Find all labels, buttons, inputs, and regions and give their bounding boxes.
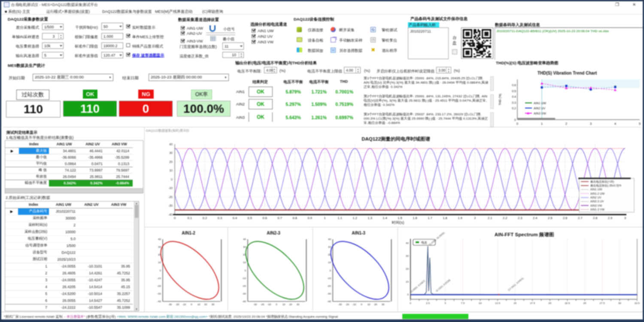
svg-text:0.4: 0.4	[233, 216, 237, 220]
svg-text:30: 30	[618, 301, 621, 304]
svg-text:10: 10	[406, 280, 409, 283]
svg-text:0.3: 0.3	[218, 216, 222, 220]
svg-text:AIN3 VW: AIN3 VW	[590, 204, 602, 207]
svg-text:0.2: 0.2	[512, 107, 516, 110]
svg-text:15: 15	[513, 301, 516, 304]
svg-text:AIN1-3 VW: AIN1-3 VW	[590, 208, 605, 211]
svg-text:-40: -40	[157, 300, 161, 303]
svg-text:-10: -10	[168, 187, 173, 190]
svg-text:10: 10	[158, 261, 161, 264]
svg-text:1.5: 1.5	[398, 216, 402, 220]
svg-text:AIN3 VW: AIN3 VW	[534, 112, 546, 115]
svg-text:10: 10	[368, 303, 371, 306]
svg-text:0: 0	[191, 303, 192, 306]
svg-text:17.5: 17.5	[530, 301, 535, 304]
svg-text:(0.0933, 0.0467): (0.0933, 0.0467)	[410, 280, 425, 293]
svg-text:3: 3	[624, 216, 626, 220]
svg-text:22.5: 22.5	[565, 301, 570, 304]
svg-text:0: 0	[171, 178, 173, 181]
svg-text:AIN2 UV: AIN2 UV	[534, 107, 546, 110]
svg-text:THD (%): THD (%)	[498, 93, 502, 105]
svg-text:-30: -30	[157, 292, 161, 295]
svg-text:1.2: 1.2	[352, 216, 357, 220]
svg-text:0.8: 0.8	[292, 216, 297, 220]
svg-text:30: 30	[158, 245, 161, 248]
svg-text:32.5: 32.5	[635, 301, 640, 304]
svg-text:0.4: 0.4	[512, 95, 516, 98]
svg-text:0: 0	[245, 269, 246, 272]
svg-text:40: 40	[243, 238, 246, 241]
svg-text:3: 3	[590, 122, 592, 126]
svg-text:20: 20	[548, 301, 551, 304]
svg-text:20: 20	[204, 303, 207, 306]
svg-text:1.1: 1.1	[337, 216, 342, 220]
svg-text:-30: -30	[253, 303, 258, 306]
svg-text:0: 0	[276, 303, 277, 306]
svg-text:0.7: 0.7	[278, 216, 282, 220]
svg-text:30: 30	[382, 303, 385, 306]
svg-text:25: 25	[583, 301, 586, 304]
svg-text:0: 0	[361, 303, 362, 306]
svg-text:0.5: 0.5	[248, 216, 252, 220]
svg-text:4: 4	[614, 122, 617, 126]
svg-text:1: 1	[324, 216, 326, 220]
svg-text:0.5: 0.5	[512, 90, 516, 93]
svg-text:40: 40	[328, 238, 331, 241]
svg-text:30: 30	[406, 254, 409, 257]
svg-text:最低电压限值(-35±0.5)%: 最低电压限值(-35±0.5)%	[590, 184, 621, 187]
svg-text:AIN2-3 UV: AIN2-3 UV	[590, 200, 604, 203]
svg-text:1.9: 1.9	[458, 216, 462, 220]
svg-text:AIN1-2 UW: AIN1-2 UW	[590, 192, 605, 195]
svg-text:AIN1-3: AIN1-3	[352, 231, 365, 235]
svg-text:2.4: 2.4	[533, 216, 537, 220]
svg-text:-20: -20	[176, 303, 180, 306]
svg-text:40: 40	[406, 241, 409, 244]
svg-text:0: 0	[330, 269, 331, 272]
svg-text:2.1: 2.1	[488, 216, 492, 220]
svg-text:10: 10	[243, 261, 246, 264]
svg-text:THD(S) Vibration Trend Chart: THD(S) Vibration Trend Chart	[538, 71, 597, 75]
svg-text:-30: -30	[338, 303, 343, 306]
svg-text:10: 10	[479, 301, 482, 304]
svg-text:2.8: 2.8	[593, 216, 597, 220]
svg-text:AIN1 UW: AIN1 UW	[590, 188, 602, 191]
svg-text:0: 0	[160, 269, 161, 272]
svg-text:-20: -20	[346, 303, 350, 306]
svg-text:-10: -10	[352, 303, 357, 306]
svg-text:0: 0	[407, 293, 409, 296]
svg-text:20: 20	[406, 267, 409, 270]
svg-text:1.8: 1.8	[443, 216, 447, 220]
svg-text:-20: -20	[168, 196, 173, 199]
svg-text:2.5: 2.5	[548, 216, 552, 220]
svg-text:1.6: 1.6	[413, 216, 417, 220]
svg-text:电压: 电压	[421, 241, 427, 244]
svg-text:AIN2-3: AIN2-3	[267, 231, 280, 235]
svg-text:-40: -40	[168, 213, 173, 216]
svg-text:30: 30	[212, 303, 215, 306]
svg-text:40: 40	[158, 238, 161, 241]
svg-text:2.7: 2.7	[578, 216, 582, 220]
svg-text:2: 2	[565, 122, 568, 126]
svg-text:10: 10	[283, 303, 286, 306]
svg-text:2.5: 2.5	[426, 301, 430, 304]
svg-text:0: 0	[410, 301, 411, 304]
svg-text:30: 30	[169, 151, 173, 154]
svg-text:(3.4166, 35.0935): (3.4166, 35.0935)	[428, 232, 445, 246]
svg-text:DAQ122测量的同电序时域图谱: DAQ122测量的同电序时域图谱	[361, 136, 430, 141]
svg-text:10: 10	[169, 169, 173, 172]
svg-text:-30: -30	[242, 292, 246, 295]
svg-text:5: 5	[639, 122, 641, 126]
svg-text:(17.5411, 0.0453): (17.5411, 0.0453)	[507, 277, 524, 292]
svg-text:10: 10	[328, 261, 331, 264]
svg-text:0: 0	[516, 122, 519, 126]
svg-text:0.1: 0.1	[188, 216, 192, 220]
svg-text:20: 20	[374, 303, 377, 306]
svg-text:0.9: 0.9	[307, 216, 312, 220]
svg-text:1: 1	[541, 122, 543, 126]
svg-text:0.2: 0.2	[203, 216, 207, 220]
svg-text:2: 2	[474, 216, 476, 220]
svg-text:0.6: 0.6	[512, 84, 516, 87]
svg-text:0.3: 0.3	[512, 101, 516, 104]
svg-text:1.7: 1.7	[428, 216, 432, 220]
svg-text:12.5: 12.5	[495, 301, 501, 304]
